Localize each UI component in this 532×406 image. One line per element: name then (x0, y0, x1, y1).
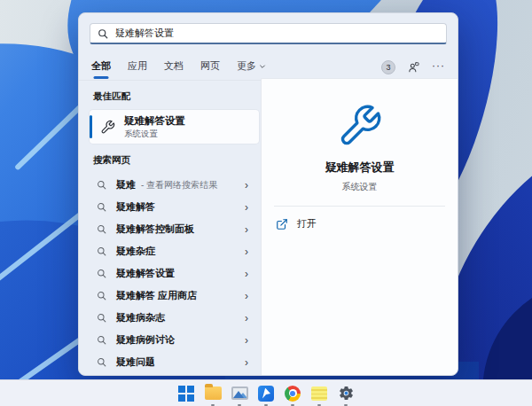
web-search-list: 疑难 - 查看网络搜索结果 › 疑难解答 › (90, 174, 255, 373)
preview-title: 疑难解答设置 (325, 160, 395, 176)
chevron-right-icon[interactable]: › (245, 357, 250, 368)
search-results-area: 最佳匹配 疑难解答设置 系统设置 搜索网页 (79, 82, 458, 375)
taskbar-chrome[interactable] (284, 384, 302, 402)
preview-header: 疑难解答设置 系统设置 (262, 79, 458, 193)
web-search-result[interactable]: 疑难问题 › (90, 351, 255, 373)
web-search-result[interactable]: 疑难杂症 › (90, 240, 255, 262)
wrench-icon (100, 120, 115, 135)
tab-web[interactable]: 网页 (200, 54, 220, 80)
taskbar-settings[interactable] (337, 384, 356, 402)
wrench-icon (337, 103, 383, 149)
taskbar-media-player[interactable] (257, 384, 276, 402)
open-label: 打开 (297, 217, 317, 230)
chevron-right-icon[interactable]: › (245, 335, 250, 346)
search-icon (97, 202, 106, 212)
result-query: 疑难杂症 (116, 245, 155, 258)
chevron-right-icon[interactable]: › (245, 202, 250, 213)
best-match-header: 最佳匹配 (93, 90, 255, 103)
result-query: 疑难解答 应用商店 (116, 289, 197, 302)
tab-documents[interactable]: 文档 (164, 54, 184, 80)
web-search-result[interactable]: 疑难病例讨论 › (90, 329, 255, 351)
taskbar-file-explorer[interactable] (204, 384, 223, 402)
photos-icon (231, 386, 248, 400)
settings-gear-icon (338, 385, 355, 402)
header-actions: 3 ··· (381, 60, 445, 74)
best-match-subtitle: 系统设置 (124, 129, 185, 140)
notification-badge[interactable]: 3 (381, 60, 395, 74)
result-query: 疑难病例讨论 (116, 333, 175, 347)
results-panel: 最佳匹配 疑难解答设置 系统设置 搜索网页 (79, 82, 261, 375)
chevron-right-icon[interactable]: › (245, 180, 250, 191)
web-search-header: 搜索网页 (93, 154, 255, 167)
chevron-right-icon[interactable]: › (245, 246, 250, 257)
folder-icon (205, 386, 222, 400)
notes-icon (311, 386, 327, 401)
best-match-text: 疑难解答设置 系统设置 (124, 114, 185, 140)
media-player-icon (258, 386, 274, 402)
chevron-down-icon (259, 63, 266, 70)
more-options-icon[interactable]: ··· (432, 61, 445, 74)
search-box[interactable] (90, 23, 447, 44)
search-icon (97, 357, 106, 367)
result-query: 疑难解答 (116, 200, 155, 214)
chevron-right-icon[interactable]: › (245, 224, 250, 235)
search-tabs: 全部 应用 文档 网页 更多 3 ··· (79, 54, 458, 81)
chevron-right-icon[interactable]: › (245, 291, 250, 301)
search-icon (98, 28, 108, 39)
web-search-result[interactable]: 疑难病杂志 › (90, 307, 255, 329)
result-query: 疑难 (116, 178, 136, 191)
chevron-right-icon[interactable]: › (245, 313, 250, 324)
windows-logo-icon (178, 386, 194, 402)
web-search-result[interactable]: 疑难解答控制面板 › (90, 218, 255, 240)
best-match-result[interactable]: 疑难解答设置 系统设置 (90, 110, 259, 144)
web-search-result[interactable]: 疑难 - 查看网络搜索结果 › (90, 174, 255, 196)
tab-apps[interactable]: 应用 (128, 54, 147, 80)
search-icon (97, 291, 106, 301)
chevron-right-icon[interactable]: › (245, 269, 250, 279)
preview-subtitle: 系统设置 (342, 181, 378, 193)
tab-more[interactable]: 更多 (237, 54, 266, 80)
result-query: 疑难解答设置 (116, 267, 175, 280)
desktop: 全部 应用 文档 网页 更多 3 ··· (0, 0, 532, 406)
chrome-icon (285, 386, 301, 402)
open-external-icon (276, 218, 288, 230)
tab-more-label: 更多 (237, 59, 256, 73)
search-flyout: 全部 应用 文档 网页 更多 3 ··· (78, 12, 458, 376)
tab-all[interactable]: 全部 (91, 54, 111, 80)
search-icon (97, 246, 106, 256)
preview-panel: 疑难解答设置 系统设置 打开 (261, 78, 458, 375)
result-query: 疑难问题 (116, 355, 155, 369)
account-icon[interactable] (407, 61, 420, 74)
taskbar-notes[interactable] (310, 384, 329, 402)
result-hint: - 查看网络搜索结果 (141, 179, 217, 191)
search-input[interactable] (115, 28, 439, 39)
start-button[interactable] (177, 384, 196, 402)
web-search-result[interactable]: 疑难解答 › (90, 196, 255, 218)
open-action[interactable]: 打开 (262, 207, 458, 241)
result-query: 疑难病杂志 (116, 311, 165, 324)
result-query: 疑难解答控制面板 (116, 223, 194, 236)
web-search-result[interactable]: 疑难解答设置 › (90, 262, 255, 285)
taskbar (0, 379, 532, 406)
search-icon (97, 335, 106, 345)
search-icon (97, 313, 106, 323)
best-match-title: 疑难解答设置 (124, 114, 185, 128)
web-search-result[interactable]: 疑难解答 应用商店 › (90, 285, 255, 307)
search-icon (97, 224, 106, 234)
search-icon (97, 180, 106, 190)
search-icon (97, 269, 106, 278)
taskbar-photos[interactable] (231, 384, 249, 402)
